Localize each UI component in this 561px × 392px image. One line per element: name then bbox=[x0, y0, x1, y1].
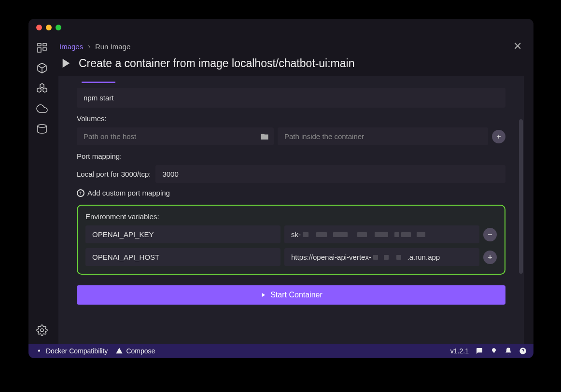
traffic-lights bbox=[36, 25, 61, 30]
scrollbar[interactable] bbox=[519, 119, 523, 274]
env-label: Environment variables: bbox=[85, 212, 497, 221]
container-icon[interactable] bbox=[36, 62, 48, 74]
local-port-label: Local port for 3000/tcp: bbox=[77, 170, 151, 178]
form-panel: npm start Volumes: Port mapping: Local p… bbox=[58, 76, 524, 344]
add-port-label: Add custom port mapping bbox=[87, 189, 170, 197]
port-mapping-label: Port mapping: bbox=[77, 152, 505, 160]
docker-compat-status[interactable]: Docker Compatibility bbox=[35, 347, 108, 355]
plug-icon bbox=[35, 347, 43, 355]
status-bar: Docker Compatibility Compose v1.2.1 bbox=[28, 344, 533, 358]
add-port-mapping-button[interactable]: + Add custom port mapping bbox=[77, 189, 505, 197]
command-input[interactable]: npm start bbox=[77, 88, 505, 108]
play-icon bbox=[260, 292, 266, 298]
environment-variables-section: Environment variables: sk- bbox=[77, 205, 505, 275]
pods-icon[interactable] bbox=[36, 83, 48, 94]
svg-rect-1 bbox=[43, 43, 46, 46]
maximize-window-button[interactable] bbox=[56, 25, 61, 30]
app-window: Images › Run Image ✕ Create a container … bbox=[28, 19, 533, 358]
volumes-label: Volumes: bbox=[77, 114, 505, 123]
local-port-input[interactable] bbox=[155, 165, 505, 183]
warning-icon bbox=[115, 347, 123, 355]
close-window-button[interactable] bbox=[36, 25, 42, 30]
plus-icon bbox=[495, 133, 502, 140]
close-panel-button[interactable]: ✕ bbox=[511, 40, 524, 53]
remove-env-button[interactable] bbox=[483, 228, 497, 241]
volume-host-path-input[interactable] bbox=[77, 127, 274, 145]
env-value-input[interactable]: sk- bbox=[284, 225, 479, 243]
env-row: https://openai-api-vertex- .a.run.app bbox=[85, 248, 497, 266]
chevron-right-icon: › bbox=[88, 42, 90, 50]
env-name-input[interactable] bbox=[85, 248, 280, 266]
settings-icon[interactable] bbox=[36, 324, 48, 336]
help-icon[interactable] bbox=[519, 347, 527, 355]
env-value-input[interactable]: https://openai-api-vertex- .a.run.app bbox=[284, 248, 479, 266]
dashboard-icon[interactable] bbox=[36, 42, 48, 54]
compose-status[interactable]: Compose bbox=[115, 347, 155, 355]
svg-rect-3 bbox=[43, 48, 46, 50]
main-content: Images › Run Image ✕ Create a container … bbox=[56, 36, 533, 344]
svg-point-4 bbox=[38, 125, 46, 127]
env-name-input[interactable] bbox=[85, 225, 280, 243]
database-icon[interactable] bbox=[36, 123, 48, 135]
svg-rect-0 bbox=[38, 43, 41, 46]
plus-icon bbox=[487, 254, 493, 261]
env-value-prefix: https://openai-api-vertex- bbox=[291, 253, 371, 261]
breadcrumb-current: Run Image bbox=[95, 42, 130, 51]
play-icon bbox=[57, 56, 73, 71]
page-title: Create a container from image localhost/… bbox=[79, 57, 354, 70]
cloud-icon[interactable] bbox=[36, 103, 48, 114]
add-env-button[interactable] bbox=[483, 251, 497, 264]
start-container-button[interactable]: Start Container bbox=[77, 285, 505, 305]
plus-circle-icon: + bbox=[77, 189, 84, 197]
svg-point-5 bbox=[41, 329, 43, 332]
sidebar bbox=[28, 36, 56, 344]
add-volume-button[interactable] bbox=[492, 130, 505, 143]
minimize-window-button[interactable] bbox=[46, 25, 52, 30]
minus-icon bbox=[487, 231, 493, 238]
chat-icon[interactable] bbox=[476, 347, 483, 355]
breadcrumb-root[interactable]: Images bbox=[59, 42, 83, 51]
env-value-suffix: .a.run.app bbox=[407, 253, 440, 261]
volume-container-path-input[interactable] bbox=[278, 127, 488, 145]
svg-rect-2 bbox=[38, 48, 41, 52]
titlebar bbox=[28, 19, 533, 36]
tab-indicator bbox=[82, 82, 115, 83]
env-row: sk- bbox=[85, 225, 497, 243]
bell-icon[interactable] bbox=[505, 347, 512, 355]
version-label: v1.2.1 bbox=[450, 347, 469, 355]
bulb-icon[interactable] bbox=[490, 347, 498, 355]
start-button-label: Start Container bbox=[270, 291, 323, 299]
env-value-prefix: sk- bbox=[291, 230, 301, 238]
